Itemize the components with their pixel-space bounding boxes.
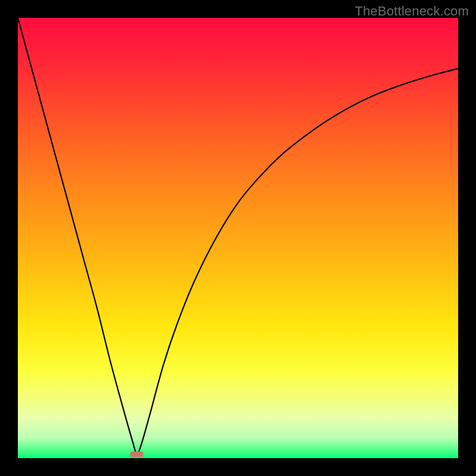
chart-frame: TheBottleneck.com bbox=[0, 0, 476, 476]
minimum-marker bbox=[130, 452, 143, 457]
plot-area bbox=[18, 18, 458, 458]
watermark-text: TheBottleneck.com bbox=[355, 4, 469, 19]
gradient-background bbox=[18, 18, 458, 458]
bottleneck-chart-svg bbox=[18, 18, 458, 458]
